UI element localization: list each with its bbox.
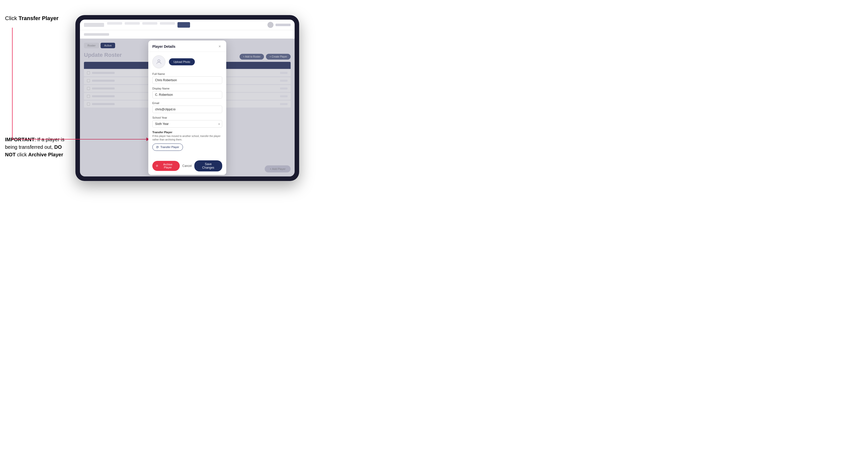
full-name-label: Full Name <box>152 72 222 75</box>
display-name-label: Display Name <box>152 87 222 90</box>
modal-footer: ⊘ Archive Player Cancel Save Changes <box>148 158 226 175</box>
sub-nav <box>80 30 294 39</box>
player-details-modal: Player Details × <box>148 40 226 175</box>
display-name-group: Display Name <box>152 87 222 98</box>
modal-title: Player Details <box>152 44 176 49</box>
school-year-select-wrapper: First Year Second Year Third Year Fourth… <box>152 120 222 128</box>
instruction-important: IMPORTANT <box>5 137 34 142</box>
modal-overlay: Player Details × <box>80 39 294 177</box>
modal-body: Upload Photo Full Name Display Name <box>148 52 226 158</box>
transfer-player-button[interactable]: ⟳ Transfer Player <box>152 144 183 151</box>
cancel-button[interactable]: Cancel <box>182 164 191 168</box>
email-input[interactable] <box>152 105 222 113</box>
modal-close-button[interactable]: × <box>217 44 222 49</box>
email-label: Email <box>152 101 222 104</box>
content-area: Roster Active Update Roster + Add to Ros… <box>80 39 294 177</box>
nav-avatar <box>268 22 274 28</box>
full-name-input[interactable] <box>152 76 222 84</box>
full-name-group: Full Name <box>152 72 222 84</box>
tablet-screen: Roster Active Update Roster + Add to Ros… <box>80 20 294 177</box>
archive-btn-label: Archive Player <box>159 163 176 169</box>
nav-user-name <box>276 24 290 26</box>
save-changes-button[interactable]: Save Changes <box>194 160 222 172</box>
tablet-device: Roster Active Update Roster + Add to Ros… <box>75 15 299 181</box>
instruction-archive: Archive Player <box>28 152 63 157</box>
nav-link-teams <box>125 22 140 25</box>
transfer-icon: ⟳ <box>156 145 159 149</box>
nav-link-active <box>178 22 190 28</box>
school-year-group: School Year First Year Second Year Third… <box>152 116 222 128</box>
archive-icon: ⊘ <box>156 164 158 167</box>
arrow-vertical <box>12 28 12 139</box>
nav-right <box>268 22 290 28</box>
sub-nav-text <box>84 33 109 36</box>
nav-bar <box>80 20 294 30</box>
transfer-btn-label: Transfer Player <box>160 146 179 149</box>
transfer-section-title: Transfer Player <box>152 131 222 134</box>
instruction-top-bold: Transfer Player <box>19 15 59 21</box>
nav-link-seasons <box>142 22 157 25</box>
svg-point-0 <box>158 60 160 62</box>
transfer-section-description: If this player has moved to another scho… <box>152 134 222 142</box>
modal-header: Player Details × <box>148 40 226 52</box>
nav-links <box>107 22 265 28</box>
school-year-select[interactable]: First Year Second Year Third Year Fourth… <box>152 120 222 128</box>
school-year-label: School Year <box>152 116 222 119</box>
upload-photo-button[interactable]: Upload Photo <box>169 58 195 65</box>
instruction-top: Click Transfer Player <box>5 15 59 22</box>
display-name-input[interactable] <box>152 91 222 98</box>
transfer-section: Transfer Player If this player has moved… <box>152 131 222 151</box>
avatar-circle <box>152 55 165 68</box>
email-group: Email <box>152 101 222 113</box>
nav-link-customers <box>107 22 122 25</box>
archive-player-button[interactable]: ⊘ Archive Player <box>152 161 180 171</box>
main-content: Roster Active Update Roster + Add to Ros… <box>80 39 294 177</box>
nav-link-addplayer <box>160 22 175 25</box>
avatar-row: Upload Photo <box>152 55 222 68</box>
nav-logo <box>84 23 104 27</box>
